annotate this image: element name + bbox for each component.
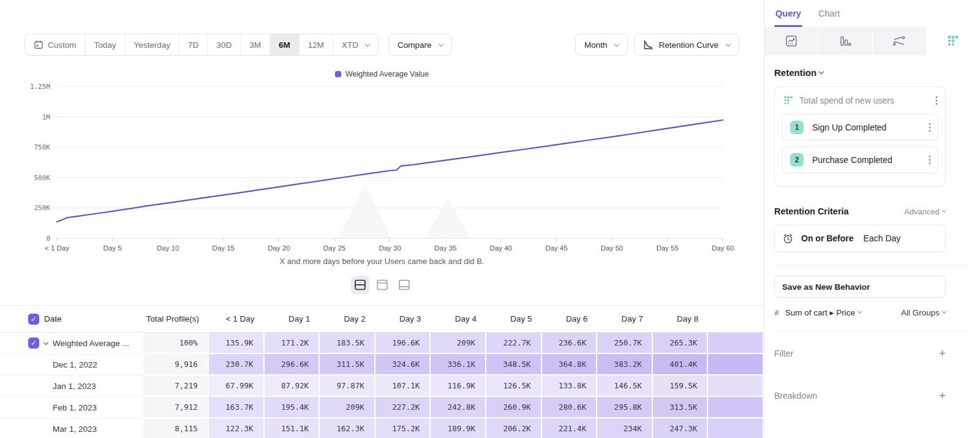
retention-value-cell[interactable]: 133.8K xyxy=(542,376,598,397)
criteria-card[interactable]: On or Before Each Day xyxy=(774,225,946,252)
retention-value-cell[interactable]: 280.6K xyxy=(542,397,598,418)
groups-select[interactable]: All Groups xyxy=(901,308,946,317)
retention-value-cell-clipped[interactable] xyxy=(708,333,764,354)
retention-value-cell[interactable]: 250.7K xyxy=(597,333,653,354)
retention-value-cell[interactable]: 206.2K xyxy=(486,418,542,438)
retention-value-cell[interactable]: 242.8K xyxy=(431,397,486,418)
report-section-label: Retention xyxy=(774,67,816,78)
split-view-toggle[interactable] xyxy=(351,276,369,294)
tab-chart[interactable]: Chart xyxy=(818,0,840,27)
profiles-cell[interactable]: 7,912 xyxy=(143,397,209,418)
retention-value-cell[interactable]: 67.99K xyxy=(209,376,265,397)
retention-value-cell[interactable]: 126.5K xyxy=(486,376,542,397)
retention-value-cell[interactable]: 97.87K xyxy=(320,376,375,397)
range-option-custom[interactable]: Custom xyxy=(25,34,86,55)
report-section-selector[interactable]: Retention xyxy=(774,67,946,78)
range-option-30d[interactable]: 30D xyxy=(208,34,241,55)
retention-value-cell[interactable]: 348.5K xyxy=(486,354,542,376)
profiles-cell[interactable]: 8,115 xyxy=(143,418,209,438)
retention-value-cell[interactable]: 260.9K xyxy=(486,397,542,418)
retention-value-cell[interactable]: 221.4K xyxy=(542,418,598,438)
insights-icon[interactable] xyxy=(764,27,818,55)
retention-value-cell-clipped[interactable] xyxy=(708,376,764,397)
retention-value-cell[interactable]: 189.9K xyxy=(431,418,486,438)
retention-value-cell[interactable]: 135.9K xyxy=(209,333,265,354)
retention-value-cell[interactable]: 401.4K xyxy=(653,354,709,376)
retention-icon[interactable] xyxy=(927,27,980,55)
retention-value-cell[interactable]: 236.6K xyxy=(542,333,598,354)
select-all-checkbox[interactable]: ✓ xyxy=(28,314,39,325)
retention-value-cell[interactable]: 209K xyxy=(431,333,486,354)
profiles-cell[interactable]: 100% xyxy=(143,333,209,354)
event-step-1[interactable]: 1 Sign Up Completed xyxy=(782,114,938,140)
range-option-12m[interactable]: 12M xyxy=(300,34,333,55)
retention-value-cell[interactable]: 222.7K xyxy=(486,333,542,354)
retention-value-cell[interactable]: 171.2K xyxy=(265,333,320,354)
criteria-mode-select[interactable]: Advanced xyxy=(904,207,946,216)
retention-value-cell[interactable]: 227.2K xyxy=(375,397,431,418)
retention-value-cell[interactable]: 163.7K xyxy=(209,397,265,418)
query-builder: Retention Total spend of new users xyxy=(764,67,980,401)
range-option-3m[interactable]: 3M xyxy=(241,34,270,55)
save-behavior-button[interactable]: Save as New Behavior xyxy=(774,276,946,298)
range-option-6m[interactable]: 6M xyxy=(270,34,300,55)
retention-value-cell[interactable]: 265.3K xyxy=(653,333,709,354)
retention-value-cell[interactable]: 313.5K xyxy=(653,397,709,418)
kebab-menu-icon[interactable] xyxy=(929,123,931,132)
granularity-select[interactable]: Month xyxy=(575,34,628,56)
retention-value-cell[interactable]: 146.5K xyxy=(597,376,653,397)
table-view-toggle[interactable] xyxy=(395,276,413,294)
retention-value-cell[interactable]: 196.6K xyxy=(375,333,431,354)
retention-line[interactable] xyxy=(57,120,723,222)
add-breakdown-button[interactable]: + xyxy=(939,390,946,401)
range-option-xtd[interactable]: XTD xyxy=(333,34,378,55)
retention-value-cell-clipped[interactable] xyxy=(708,354,764,376)
retention-value-cell[interactable]: 295.8K xyxy=(597,397,653,418)
retention-value-cell[interactable]: 183.5K xyxy=(320,333,375,354)
behavior-title-row[interactable]: Total spend of new users xyxy=(775,87,945,114)
retention-value-cell[interactable]: 209K xyxy=(320,397,375,418)
compare-button[interactable]: Compare xyxy=(388,34,453,56)
retention-value-cell[interactable]: 296.6K xyxy=(265,354,320,376)
panel-tabs: Query Chart xyxy=(764,0,980,27)
chevron-down-icon xyxy=(614,41,619,46)
profiles-cell[interactable]: 7,219 xyxy=(143,376,209,397)
funnels-icon[interactable] xyxy=(818,27,872,55)
retention-value-cell[interactable]: 175.2K xyxy=(375,418,431,438)
add-filter-button[interactable]: + xyxy=(939,347,946,359)
retention-value-cell[interactable]: 336.1K xyxy=(431,354,486,376)
property-select[interactable]: Sum of cart ▸ Price xyxy=(785,308,861,317)
retention-value-cell[interactable]: 324.6K xyxy=(375,354,431,376)
range-option-today[interactable]: Today xyxy=(86,34,126,55)
retention-value-cell[interactable]: 383.2K xyxy=(597,354,653,376)
retention-value-cell[interactable]: 364.8K xyxy=(542,354,598,376)
retention-value-cell[interactable]: 234K xyxy=(597,418,653,438)
retention-value-cell-clipped[interactable] xyxy=(708,397,764,418)
profiles-cell[interactable]: 9,916 xyxy=(143,354,209,376)
retention-value-cell[interactable]: 162.3K xyxy=(320,418,375,438)
retention-value-cell[interactable]: 151.1K xyxy=(265,418,320,438)
kebab-menu-icon[interactable] xyxy=(935,96,938,105)
chevron-down-icon[interactable] xyxy=(43,339,48,344)
retention-value-cell[interactable]: 116.9K xyxy=(431,376,486,397)
table-header-day: Day 7 xyxy=(597,306,653,332)
retention-value-cell[interactable]: 107.1K xyxy=(375,376,431,397)
chart-type-select[interactable]: Retention Curve xyxy=(634,34,739,56)
event-step-2[interactable]: 2 Purchase Completed xyxy=(782,146,938,173)
retention-value-cell[interactable]: 87.92K xyxy=(265,376,320,397)
row-checkbox[interactable]: ✓ xyxy=(28,338,39,349)
retention-value-cell-clipped[interactable] xyxy=(708,418,764,438)
retention-value-cell[interactable]: 247.3K xyxy=(653,418,709,438)
tab-query[interactable]: Query xyxy=(775,0,801,27)
retention-value-cell[interactable]: 122.3K xyxy=(209,418,265,438)
kebab-menu-icon[interactable] xyxy=(929,155,931,165)
retention-value-cell[interactable]: 311.5K xyxy=(320,354,375,376)
retention-value-cell[interactable]: 195.4K xyxy=(265,397,320,418)
retention-criteria-label: Retention Criteria xyxy=(774,206,849,216)
range-option-yesterday[interactable]: Yesterday xyxy=(126,34,180,55)
retention-value-cell[interactable]: 159.5K xyxy=(653,376,709,397)
flows-icon[interactable] xyxy=(873,27,927,55)
chart-view-toggle[interactable] xyxy=(373,276,391,294)
retention-value-cell[interactable]: 230.7K xyxy=(209,354,265,376)
range-option-7d[interactable]: 7D xyxy=(179,34,208,55)
